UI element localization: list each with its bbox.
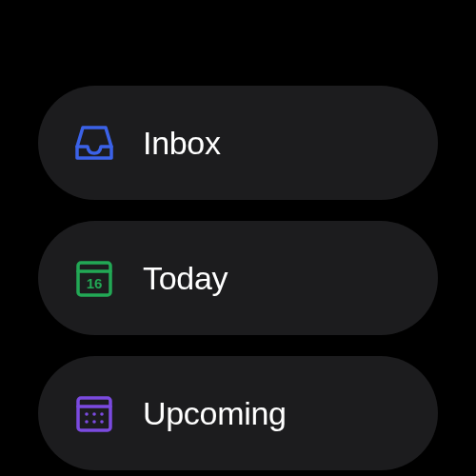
nav-item-today[interactable]: 16 Today — [38, 221, 438, 335]
calendar-day-number: 16 — [87, 275, 103, 291]
svg-point-4 — [85, 412, 89, 416]
nav-item-inbox[interactable]: Inbox — [38, 86, 438, 200]
inbox-icon — [72, 121, 116, 165]
svg-point-8 — [92, 420, 96, 424]
nav-item-label: Today — [143, 260, 228, 297]
svg-point-6 — [100, 412, 104, 416]
svg-point-7 — [85, 420, 89, 424]
nav-item-upcoming[interactable]: Upcoming — [38, 356, 438, 470]
nav-item-label: Upcoming — [143, 395, 287, 432]
nav-item-label: Inbox — [143, 125, 221, 162]
calendar-upcoming-icon — [72, 391, 116, 435]
calendar-day-icon: 16 — [72, 256, 116, 300]
svg-point-9 — [100, 420, 104, 424]
svg-point-5 — [92, 412, 96, 416]
